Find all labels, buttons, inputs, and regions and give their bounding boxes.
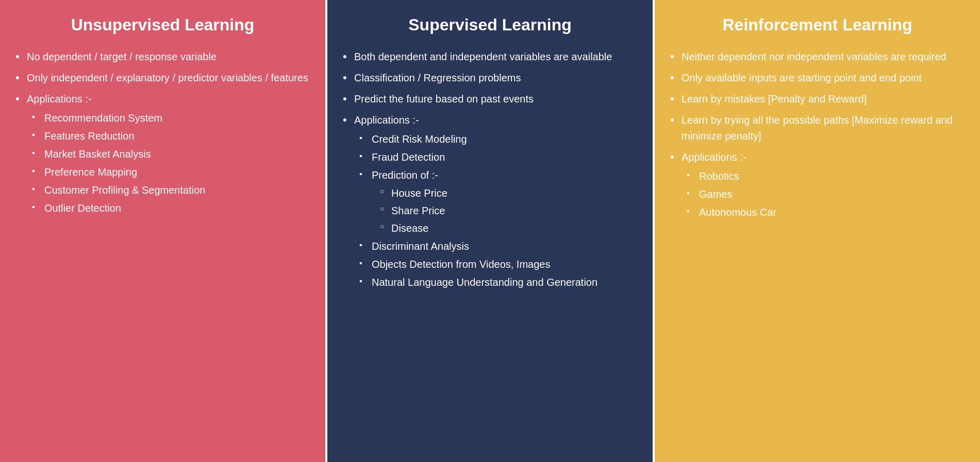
list-item: Natural Language Understanding and Gener…: [359, 275, 637, 290]
reinforcement-title: Reinforcement Learning: [670, 15, 965, 35]
unsupervised-list: No dependent / target / response variabl…: [15, 49, 310, 216]
list-item: Neither dependent nor independent variab…: [670, 49, 965, 65]
list-item: Prediction of :- House Price Share Price…: [359, 167, 637, 236]
supervised-column: Supervised Learning Both dependent and i…: [327, 0, 653, 462]
list-item: Outlier Detection: [32, 200, 310, 216]
reinforcement-column: Reinforcement Learning Neither dependent…: [655, 0, 980, 462]
reinforcement-sub-list: Robotics Games Autonomous Car: [687, 168, 965, 220]
list-item: Disease: [380, 220, 637, 236]
list-item: Only available inputs are starting point…: [670, 70, 965, 86]
list-item: Games: [687, 186, 965, 202]
reinforcement-content: Neither dependent nor independent variab…: [670, 49, 965, 226]
list-item: No dependent / target / response variabl…: [15, 49, 310, 65]
list-item: Only independent / explanatory / predict…: [15, 70, 310, 86]
reinforcement-list: Neither dependent nor independent variab…: [670, 49, 965, 220]
list-item: Fraud Detection: [359, 149, 637, 165]
list-item: Learn by trying all the possible paths […: [670, 112, 965, 144]
list-item: Predict the future based on past events: [343, 91, 637, 107]
unsupervised-sub-list: Recommendation System Features Reduction…: [32, 110, 310, 216]
list-item: Robotics: [687, 168, 965, 184]
list-item: Market Basket Analysis: [32, 146, 310, 162]
supervised-subsub-list: House Price Share Price Disease: [380, 185, 637, 236]
unsupervised-content: No dependent / target / response variabl…: [15, 49, 310, 221]
list-item: Classification / Regression problems: [343, 70, 637, 86]
list-item: Applications :- Recommendation System Fe…: [15, 91, 310, 216]
list-item: Discriminant Analysis: [359, 238, 637, 254]
list-item: House Price: [380, 185, 637, 201]
list-item: Both dependent and independent variables…: [343, 49, 637, 65]
supervised-title: Supervised Learning: [343, 15, 637, 35]
list-item: Applications :- Credit Risk Modeling Fra…: [343, 112, 637, 290]
list-item: Customer Profiling & Segmentation: [32, 182, 310, 198]
list-item: Applications :- Robotics Games Autonomou…: [670, 149, 965, 220]
list-item: Share Price: [380, 203, 637, 219]
list-item: Autonomous Car: [687, 204, 965, 220]
list-item: Features Reduction: [32, 128, 310, 144]
list-item: Recommendation System: [32, 110, 310, 126]
unsupervised-column: Unsupervised Learning No dependent / tar…: [0, 0, 325, 462]
list-item: Objects Detection from Videos, Images: [359, 256, 637, 272]
list-item: Learn by mistakes [Penalty and Reward]: [670, 91, 965, 107]
supervised-sub-list: Credit Risk Modeling Fraud Detection Pre…: [359, 131, 637, 290]
supervised-list: Both dependent and independent variables…: [343, 49, 637, 290]
list-item: Credit Risk Modeling: [359, 131, 637, 147]
unsupervised-title: Unsupervised Learning: [15, 15, 310, 35]
supervised-content: Both dependent and independent variables…: [343, 49, 637, 296]
list-item: Preference Mapping: [32, 164, 310, 180]
